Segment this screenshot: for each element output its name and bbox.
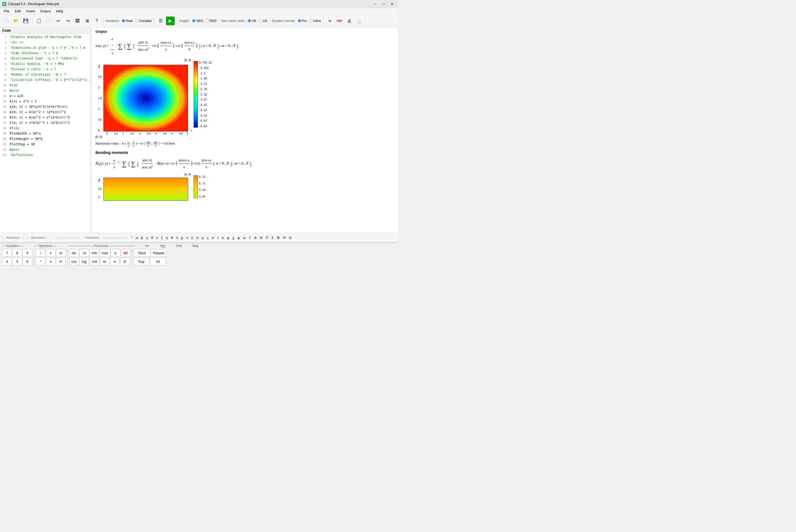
- code-area[interactable]: 1"Elastic Analysis of Rectangular Slab2'…: [0, 34, 91, 233]
- key-equiv[interactable]: ≡: [46, 249, 56, 257]
- us-radio[interactable]: US: [259, 19, 267, 23]
- sym-upsilon[interactable]: υ: [221, 236, 225, 240]
- print-button[interactable]: 🖨: [345, 17, 354, 25]
- key-C[interactable]: C: [120, 258, 130, 265]
- numbers-group[interactable]: Real Complex: [122, 19, 152, 23]
- key-6[interactable]: 6: [22, 258, 32, 265]
- menu-help[interactable]: Help: [53, 8, 66, 14]
- key-8[interactable]: 8: [12, 249, 22, 257]
- sym-Theta[interactable]: Θ: [259, 236, 263, 240]
- key-pi[interactable]: π: [110, 258, 120, 265]
- menu-file[interactable]: File: [1, 8, 12, 14]
- deflection-plot[interactable]: y 0 0.5 1 1.5 2 2.5 3 0 0.5 1 1.5 2 2.5: [95, 62, 192, 135]
- deg-radio[interactable]: DEG: [192, 19, 203, 23]
- help-button[interactable]: ?: [93, 17, 101, 25]
- key-sin[interactable]: sin: [69, 249, 79, 257]
- complex-radio[interactable]: Complex: [135, 19, 152, 23]
- menu-edit[interactable]: Edit: [12, 8, 23, 14]
- sym-Psi[interactable]: Ψ: [282, 236, 287, 240]
- titlebar-controls[interactable]: ─ □ ✕: [371, 1, 396, 7]
- key-7[interactable]: 7: [2, 249, 12, 257]
- inline-radio[interactable]: Inline: [309, 19, 321, 23]
- list-button[interactable]: ☰: [156, 17, 165, 25]
- sym-xi[interactable]: ξ: [190, 236, 194, 240]
- nonmetric-group[interactable]: UK US: [248, 19, 267, 23]
- sym-psi[interactable]: ψ: [236, 236, 241, 240]
- key-Repeat[interactable]: Repeat: [151, 249, 167, 257]
- open-button[interactable]: 📂: [12, 17, 20, 25]
- sym-sigma[interactable]: σ: [211, 236, 215, 240]
- menu-output[interactable]: Output: [38, 8, 53, 14]
- key-mul[interactable]: *: [36, 258, 45, 265]
- key-re[interactable]: re: [100, 258, 109, 265]
- sym-varsigma[interactable]: ς: [206, 236, 209, 240]
- pro-radio[interactable]: Pro: [298, 19, 307, 23]
- sym-Omega[interactable]: Ω: [288, 236, 292, 240]
- print-preview[interactable]: 📃: [355, 17, 363, 25]
- angles-group[interactable]: DEG RAD: [192, 19, 216, 23]
- key-Inf[interactable]: Inf: [150, 258, 166, 265]
- key-pow[interactable]: xy: [56, 249, 66, 257]
- sym-beta[interactable]: β: [140, 236, 144, 240]
- key-Root[interactable]: Root: [134, 249, 150, 257]
- sym-phi[interactable]: φ: [226, 236, 230, 240]
- sym-mu[interactable]: μ: [180, 236, 184, 240]
- export-pdf[interactable]: PDF: [335, 17, 344, 25]
- sym-Gamma[interactable]: Γ: [248, 236, 252, 240]
- sym-nu[interactable]: ν: [186, 236, 189, 240]
- sym-Phi[interactable]: Φ: [276, 236, 280, 240]
- key-9[interactable]: 9: [22, 249, 32, 257]
- rad-radio[interactable]: RAD: [205, 19, 216, 23]
- sym-eta[interactable]: η: [165, 236, 168, 240]
- sym-lambda[interactable]: λ: [175, 236, 179, 240]
- key-sqrt[interactable]: √x: [79, 249, 89, 257]
- key-cos[interactable]: cos: [69, 258, 79, 265]
- plot-label[interactable]: Plot: [176, 244, 182, 248]
- run-button[interactable]: ▶: [166, 17, 175, 25]
- key-e[interactable]: e: [111, 249, 120, 257]
- menu-insert[interactable]: Insert: [23, 8, 38, 14]
- key-max[interactable]: max: [100, 249, 110, 257]
- sym-omega[interactable]: ω: [243, 236, 247, 240]
- paste-button[interactable]: 📄: [44, 17, 53, 25]
- output-panel[interactable]: Output w(x; y) = a─ π · ∑ { ∑ { q(m; n) …: [91, 27, 398, 233]
- bending-moment-plot[interactable]: y 3 3.5 4: [95, 176, 192, 203]
- map-label[interactable]: Map: [192, 244, 198, 248]
- sym-Sigma[interactable]: Σ: [271, 236, 274, 240]
- key-5[interactable]: 5: [12, 258, 22, 265]
- sym-Pi[interactable]: Π: [265, 236, 269, 240]
- close-button[interactable]: ✕: [388, 1, 396, 7]
- key-log[interactable]: log: [79, 258, 89, 265]
- key-div[interactable]: /: [36, 249, 45, 257]
- new-button[interactable]: 📄: [2, 17, 11, 25]
- sym-gamma[interactable]: γ: [145, 236, 149, 240]
- minimize-button[interactable]: ─: [371, 1, 379, 7]
- sym-chi[interactable]: χ: [232, 236, 235, 240]
- table-button[interactable]: ⊞: [83, 17, 92, 25]
- sym-theta[interactable]: θ: [170, 236, 174, 240]
- key-sq[interactable]: x²: [56, 258, 66, 265]
- maximize-button[interactable]: □: [380, 1, 387, 7]
- save-button[interactable]: 💾: [21, 17, 30, 25]
- undo-button[interactable]: ↩: [54, 17, 62, 25]
- key-Sup[interactable]: Sup: [133, 258, 149, 265]
- sym-deg[interactable]: °: [130, 236, 133, 240]
- image-button[interactable]: 🖼: [73, 17, 82, 25]
- sym-delta[interactable]: δ: [150, 236, 154, 240]
- export-docx[interactable]: W: [326, 17, 334, 25]
- sym-tau[interactable]: τ: [216, 236, 220, 240]
- sym-rho[interactable]: ρ: [201, 236, 204, 240]
- sym-Delta[interactable]: Δ: [253, 236, 258, 240]
- key-AC[interactable]: AC: [121, 249, 131, 257]
- hyp-label[interactable]: hyp: [160, 244, 165, 248]
- real-radio[interactable]: Real: [122, 19, 133, 23]
- copy-button[interactable]: 📋: [35, 17, 43, 25]
- redo-button[interactable]: ↪: [63, 17, 72, 25]
- key-neq[interactable]: ≠: [46, 258, 56, 265]
- sym-alpha[interactable]: α: [135, 236, 139, 240]
- key-4[interactable]: 4: [2, 258, 12, 265]
- sym-pi[interactable]: π: [195, 236, 199, 240]
- sym-epsilon[interactable]: ε: [155, 236, 159, 240]
- sym-zeta[interactable]: ζ: [160, 236, 164, 240]
- key-rnd[interactable]: rnd: [90, 258, 99, 265]
